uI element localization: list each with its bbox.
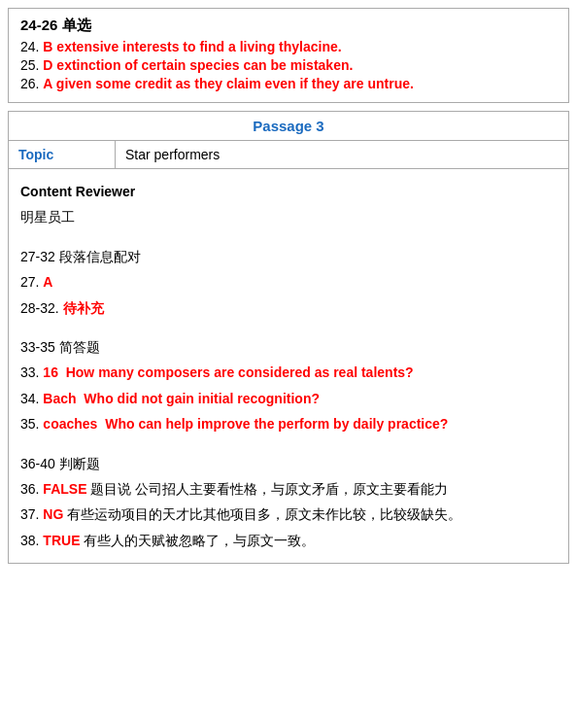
answer-line-24: 24. B extensive interests to find a livi… — [20, 39, 557, 54]
answer-35-value: coaches Who can help improve the perform… — [43, 416, 448, 432]
topic-value: Star performers — [116, 141, 568, 168]
top-section: 24-26 单选 24. B extensive interests to fi… — [8, 8, 569, 103]
topic-label: Topic — [9, 141, 116, 168]
answer-36-text: 题目说 公司招人主要看性格，与原文矛盾，原文主要看能力 — [86, 481, 448, 497]
answer-33: 33. 16 How many composers are considered… — [20, 362, 557, 383]
answer-27: 27. A — [20, 271, 557, 293]
answer-38-value: TRUE — [43, 533, 80, 548]
section-36-40: 36-40 判断题 — [20, 453, 557, 474]
passage-title: Passage 3 — [9, 112, 568, 141]
answer-34-value: Bach Who did not gain initial recognitio… — [43, 391, 320, 406]
content-reviewer-label: Content Reviewer — [20, 181, 557, 202]
answer-36-value: FALSE — [43, 481, 86, 497]
answer-number-26: 26. — [20, 76, 43, 91]
answer-27-value: A — [43, 274, 52, 290]
passage-body: Content Reviewer 明星员工 27-32 段落信息配对 27. A… — [9, 169, 568, 563]
answer-37-text: 有些运动项目的天才比其他项目多，原文未作比较，比较级缺失。 — [63, 506, 461, 522]
spacer-2 — [20, 323, 557, 332]
answer-28-32: 28-32. 待补充 — [20, 297, 557, 319]
answer-line-26: 26. A given some credit as they claim ev… — [20, 76, 557, 91]
answer-35: 35. coaches Who can help improve the per… — [20, 413, 557, 434]
answer-number-25: 25. — [20, 57, 43, 73]
passage-section: Passage 3 Topic Star performers Content … — [8, 111, 569, 564]
topic-row: Topic Star performers — [9, 141, 568, 169]
answer-28-32-value: 待补充 — [63, 300, 104, 316]
answer-value-25: D extinction of certain species can be m… — [43, 57, 353, 73]
answer-36: 36. FALSE 题目说 公司招人主要看性格，与原文矛盾，原文主要看能力 — [20, 478, 557, 500]
section-33-35: 33-35 简答题 — [20, 336, 557, 358]
answer-number-24: 24. — [20, 39, 43, 54]
answer-value-24: B extensive interests to find a living t… — [43, 39, 341, 54]
answer-37: 37. NG 有些运动项目的天才比其他项目多，原文未作比较，比较级缺失。 — [20, 503, 557, 525]
answer-line-25: 25. D extinction of certain species can … — [20, 57, 557, 73]
answer-38: 38. TRUE 有些人的天赋被忽略了，与原文一致。 — [20, 530, 557, 551]
answer-37-value: NG — [43, 506, 63, 522]
answer-38-text: 有些人的天赋被忽略了，与原文一致。 — [80, 533, 315, 548]
answer-33-value: 16 How many composers are considered as … — [43, 364, 413, 380]
spacer-3 — [20, 439, 557, 449]
chinese-label-star: 明星员工 — [20, 206, 557, 227]
spacer-1 — [20, 232, 557, 242]
answer-34: 34. Bach Who did not gain initial recogn… — [20, 388, 557, 409]
answer-value-26: A given some credit as they claim even i… — [43, 76, 414, 91]
top-section-title: 24-26 单选 — [20, 17, 557, 35]
section-27-32: 27-32 段落信息配对 — [20, 246, 557, 267]
